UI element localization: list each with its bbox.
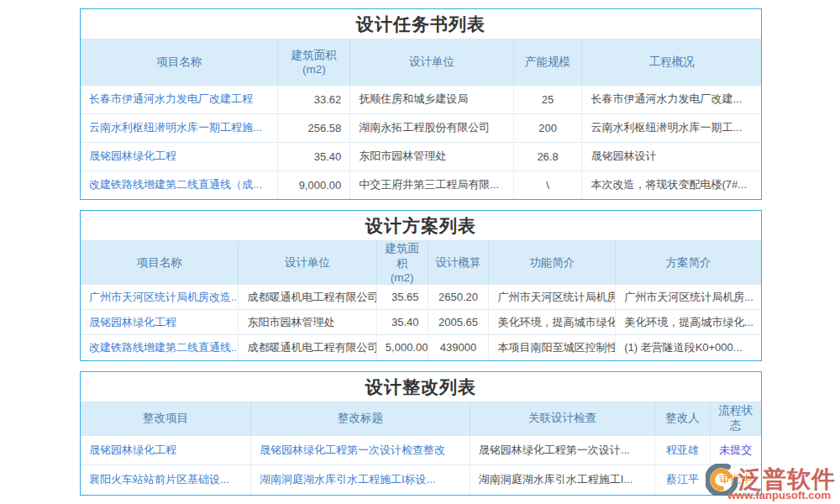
col-header-rectify_title: 整改标题 xyxy=(251,402,470,436)
table-row: 晟铭园林绿化工程晟铭园林绿化工程第一次设计检查整改晟铭园林绿化工程第一次设计..… xyxy=(81,436,761,465)
cell-building_area_m2: 5,000.00 xyxy=(376,335,428,360)
cell-function_intro: 本项目南阳至城区控制性... xyxy=(489,335,616,360)
table-row: 云南水利枢纽潜明水库一期工程施...256.58湖南永拓工程股份有限公司200云… xyxy=(81,113,761,142)
cell-rectifier[interactable]: 程亚雄 xyxy=(655,436,711,465)
cell-project_name[interactable]: 晟铭园林绿化工程 xyxy=(81,142,278,171)
design-task-list-section: 设计任务书列表 项目名称建筑面积 (m2)设计单位产能规模工程概况长春市伊通河水… xyxy=(80,8,762,200)
cell-design_unit: 成都暖通机电工程有限公司 xyxy=(239,335,376,360)
cell-rectify_title[interactable]: 晟铭园林绿化工程第一次设计检查整改 xyxy=(251,436,470,465)
cell-plan_intro: 广州市天河区统计局机房... xyxy=(616,285,761,310)
cell-building_area_m2: 33.62 xyxy=(278,85,350,113)
col-header-project_name: 项目名称 xyxy=(81,241,239,285)
table-row: 晟铭园林绿化工程东阳市园林管理处35.402005.65美化环境，提高城市绿化.… xyxy=(81,310,761,335)
fanpusoft-watermark: 泛普软件 www.fanpusoft.com xyxy=(706,464,836,501)
cell-building_area_m2: 35.40 xyxy=(278,142,350,171)
table-row: 晟铭园林绿化工程35.40东阳市园林管理处26.8晟铭园林设计 xyxy=(81,142,761,171)
cell-design_unit: 抚顺住房和城乡建设局 xyxy=(350,85,513,113)
col-header-plan_intro: 方案简介 xyxy=(616,241,761,285)
cell-capacity_scale: 200 xyxy=(513,113,582,142)
design-task-table: 项目名称建筑面积 (m2)设计单位产能规模工程概况长春市伊通河水力发电厂改建工程… xyxy=(81,39,761,199)
cell-building_area_m2: 256.58 xyxy=(278,113,350,142)
cell-related_design_check: 晟铭园林绿化工程第一次设计... xyxy=(470,436,654,465)
cell-rectify_project[interactable]: 晟铭园林绿化工程 xyxy=(81,436,251,465)
cell-project_name[interactable]: 云南水利枢纽潜明水库一期工程施... xyxy=(81,113,278,142)
cell-project_name[interactable]: 长春市伊通河水力发电厂改建工程 xyxy=(81,85,278,113)
cell-flow_status: 未提交 xyxy=(710,436,761,465)
tables-container: 设计任务书列表 项目名称建筑面积 (m2)设计单位产能规模工程概况长春市伊通河水… xyxy=(80,8,762,504)
cell-design_estimate: 439000 xyxy=(428,335,489,360)
cell-project_overview: 晟铭园林设计 xyxy=(582,142,761,171)
cell-design_unit: 东阳市园林管理处 xyxy=(350,142,513,171)
table-title-design-plans: 设计方案列表 xyxy=(81,211,761,241)
table-row: 襄阳火车站站前片区基础设...湖南洞庭湖水库引水工程施工I标设...湖南洞庭湖水… xyxy=(81,465,761,495)
cell-related_design_check: 湖南洞庭湖水库引水工程施工I... xyxy=(470,465,654,495)
header-row: 项目名称设计单位建筑面积 (m2)设计概算功能简介方案简介 xyxy=(81,241,761,285)
col-header-capacity_scale: 产能规模 xyxy=(513,39,582,85)
col-header-building_area_m2: 建筑面积 (m2) xyxy=(278,39,350,85)
col-header-flow_status: 流程状态 xyxy=(710,402,761,436)
col-header-rectify_project: 整改项目 xyxy=(81,402,251,436)
table-row: 改建铁路线增建第二线直通线...成都暖通机电工程有限公司5,000.004390… xyxy=(81,335,761,360)
cell-project_name[interactable]: 晟铭园林绿化工程 xyxy=(81,310,239,335)
table-row: 广州市天河区统计局机房改造...成都暖通机电工程有限公司35.652650.20… xyxy=(81,285,761,310)
cell-rectify_project[interactable]: 襄阳火车站站前片区基础设... xyxy=(81,465,251,495)
cell-design_estimate: 2650.20 xyxy=(428,285,489,310)
cell-plan_intro: 美化环境，提高城市绿化... xyxy=(616,310,761,335)
col-header-related_design_check: 关联设计检查 xyxy=(470,402,654,436)
table-title-design-rectify: 设计整改列表 xyxy=(81,372,761,402)
cell-project_overview: 本次改造，将现状变配电楼(7#... xyxy=(582,171,761,199)
col-header-design_unit: 设计单位 xyxy=(239,241,376,285)
cell-project_overview: 长春市伊通河水力发电厂改建... xyxy=(582,85,761,113)
header-row: 整改项目整改标题关联设计检查整改人流程状态 xyxy=(81,402,761,436)
cell-function_intro: 美化环境，提高城市绿化... xyxy=(489,310,616,335)
design-plan-table: 项目名称设计单位建筑面积 (m2)设计概算功能简介方案简介广州市天河区统计局机房… xyxy=(81,241,761,360)
cell-project_name[interactable]: 改建铁路线增建第二线直通线（成... xyxy=(81,171,278,199)
col-header-building_area_m2: 建筑面积 (m2) xyxy=(376,241,428,285)
col-header-function_intro: 功能简介 xyxy=(489,241,616,285)
cell-rectifier[interactable]: 蔡江平 xyxy=(655,465,711,495)
watermark-url-text: www.fanpusoft.com xyxy=(727,489,836,501)
cell-design_unit: 东阳市园林管理处 xyxy=(239,310,376,335)
cell-building_area_m2: 35.40 xyxy=(376,310,428,335)
table-row: 长春市伊通河水力发电厂改建工程33.62抚顺住房和城乡建设局25长春市伊通河水力… xyxy=(81,85,761,113)
col-header-design_unit: 设计单位 xyxy=(350,39,513,85)
col-header-project_name: 项目名称 xyxy=(81,39,278,85)
cell-building_area_m2: 9,000.00 xyxy=(278,171,350,199)
design-plan-list-section: 设计方案列表 项目名称设计单位建筑面积 (m2)设计概算功能简介方案简介广州市天… xyxy=(80,210,762,361)
col-header-rectifier: 整改人 xyxy=(655,402,711,436)
cell-design_unit: 湖南永拓工程股份有限公司 xyxy=(350,113,513,142)
cell-capacity_scale: \ xyxy=(513,171,582,199)
cell-plan_intro: (1) 老营隧道段K0+000... xyxy=(616,335,761,360)
cell-function_intro: 广州市天河区统计局机房... xyxy=(489,285,616,310)
cell-design_unit: 成都暖通机电工程有限公司 xyxy=(239,285,376,310)
cell-design_estimate: 2005.65 xyxy=(428,310,489,335)
cell-project_name[interactable]: 广州市天河区统计局机房改造... xyxy=(81,285,239,310)
cell-building_area_m2: 35.65 xyxy=(376,285,428,310)
col-header-design_estimate: 设计概算 xyxy=(428,241,489,285)
cell-rectify_title[interactable]: 湖南洞庭湖水库引水工程施工I标设... xyxy=(251,465,470,495)
table-row: 改建铁路线增建第二线直通线（成...9,000.00中交王府井第三工程局有限..… xyxy=(81,171,761,199)
cell-project_overview: 云南水利枢纽潜明水库一期工... xyxy=(582,113,761,142)
design-rectify-table: 整改项目整改标题关联设计检查整改人流程状态晟铭园林绿化工程晟铭园林绿化工程第一次… xyxy=(81,402,761,495)
cell-capacity_scale: 25 xyxy=(513,85,582,113)
cell-design_unit: 中交王府井第三工程局有限... xyxy=(350,171,513,199)
table-title-design-tasks: 设计任务书列表 xyxy=(81,9,761,39)
design-rectify-list-section: 设计整改列表 整改项目整改标题关联设计检查整改人流程状态晟铭园林绿化工程晟铭园林… xyxy=(80,371,762,496)
header-row: 项目名称建筑面积 (m2)设计单位产能规模工程概况 xyxy=(81,39,761,85)
cell-capacity_scale: 26.8 xyxy=(513,142,582,171)
col-header-project_overview: 工程概况 xyxy=(582,39,761,85)
cell-project_name[interactable]: 改建铁路线增建第二线直通线... xyxy=(81,335,239,360)
